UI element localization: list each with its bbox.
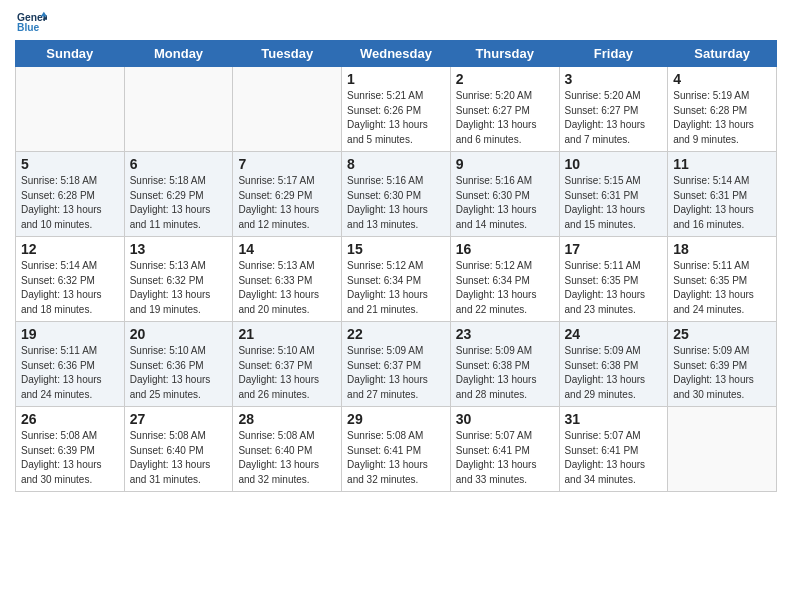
calendar-cell: 20Sunrise: 5:10 AM Sunset: 6:36 PM Dayli… bbox=[124, 322, 233, 407]
day-info: Sunrise: 5:07 AM Sunset: 6:41 PM Dayligh… bbox=[456, 429, 554, 487]
day-info: Sunrise: 5:10 AM Sunset: 6:36 PM Dayligh… bbox=[130, 344, 228, 402]
day-number: 29 bbox=[347, 411, 445, 427]
day-number: 10 bbox=[565, 156, 663, 172]
day-number: 2 bbox=[456, 71, 554, 87]
day-number: 24 bbox=[565, 326, 663, 342]
calendar-cell: 2Sunrise: 5:20 AM Sunset: 6:27 PM Daylig… bbox=[450, 67, 559, 152]
day-of-week-monday: Monday bbox=[124, 41, 233, 67]
calendar-cell: 12Sunrise: 5:14 AM Sunset: 6:32 PM Dayli… bbox=[16, 237, 125, 322]
calendar-week-row: 19Sunrise: 5:11 AM Sunset: 6:36 PM Dayli… bbox=[16, 322, 777, 407]
day-info: Sunrise: 5:09 AM Sunset: 6:37 PM Dayligh… bbox=[347, 344, 445, 402]
calendar-cell: 13Sunrise: 5:13 AM Sunset: 6:32 PM Dayli… bbox=[124, 237, 233, 322]
calendar-cell: 26Sunrise: 5:08 AM Sunset: 6:39 PM Dayli… bbox=[16, 407, 125, 492]
day-number: 8 bbox=[347, 156, 445, 172]
day-number: 22 bbox=[347, 326, 445, 342]
day-number: 28 bbox=[238, 411, 336, 427]
day-number: 17 bbox=[565, 241, 663, 257]
day-info: Sunrise: 5:18 AM Sunset: 6:28 PM Dayligh… bbox=[21, 174, 119, 232]
day-of-week-friday: Friday bbox=[559, 41, 668, 67]
day-info: Sunrise: 5:21 AM Sunset: 6:26 PM Dayligh… bbox=[347, 89, 445, 147]
day-info: Sunrise: 5:20 AM Sunset: 6:27 PM Dayligh… bbox=[565, 89, 663, 147]
day-info: Sunrise: 5:08 AM Sunset: 6:40 PM Dayligh… bbox=[130, 429, 228, 487]
day-number: 9 bbox=[456, 156, 554, 172]
day-info: Sunrise: 5:16 AM Sunset: 6:30 PM Dayligh… bbox=[456, 174, 554, 232]
day-of-week-sunday: Sunday bbox=[16, 41, 125, 67]
calendar-cell: 16Sunrise: 5:12 AM Sunset: 6:34 PM Dayli… bbox=[450, 237, 559, 322]
day-info: Sunrise: 5:13 AM Sunset: 6:32 PM Dayligh… bbox=[130, 259, 228, 317]
calendar-cell: 25Sunrise: 5:09 AM Sunset: 6:39 PM Dayli… bbox=[668, 322, 777, 407]
day-number: 31 bbox=[565, 411, 663, 427]
calendar-cell: 15Sunrise: 5:12 AM Sunset: 6:34 PM Dayli… bbox=[342, 237, 451, 322]
calendar-cell bbox=[233, 67, 342, 152]
day-number: 20 bbox=[130, 326, 228, 342]
day-number: 11 bbox=[673, 156, 771, 172]
calendar-cell: 23Sunrise: 5:09 AM Sunset: 6:38 PM Dayli… bbox=[450, 322, 559, 407]
day-of-week-tuesday: Tuesday bbox=[233, 41, 342, 67]
calendar-cell: 21Sunrise: 5:10 AM Sunset: 6:37 PM Dayli… bbox=[233, 322, 342, 407]
calendar-cell: 27Sunrise: 5:08 AM Sunset: 6:40 PM Dayli… bbox=[124, 407, 233, 492]
day-info: Sunrise: 5:20 AM Sunset: 6:27 PM Dayligh… bbox=[456, 89, 554, 147]
calendar-cell: 3Sunrise: 5:20 AM Sunset: 6:27 PM Daylig… bbox=[559, 67, 668, 152]
calendar-cell: 11Sunrise: 5:14 AM Sunset: 6:31 PM Dayli… bbox=[668, 152, 777, 237]
calendar-cell: 28Sunrise: 5:08 AM Sunset: 6:40 PM Dayli… bbox=[233, 407, 342, 492]
day-info: Sunrise: 5:09 AM Sunset: 6:38 PM Dayligh… bbox=[565, 344, 663, 402]
calendar-cell: 1Sunrise: 5:21 AM Sunset: 6:26 PM Daylig… bbox=[342, 67, 451, 152]
calendar-cell: 18Sunrise: 5:11 AM Sunset: 6:35 PM Dayli… bbox=[668, 237, 777, 322]
logo-icon: General Blue bbox=[17, 10, 47, 34]
day-info: Sunrise: 5:11 AM Sunset: 6:35 PM Dayligh… bbox=[673, 259, 771, 317]
day-info: Sunrise: 5:07 AM Sunset: 6:41 PM Dayligh… bbox=[565, 429, 663, 487]
calendar-cell: 30Sunrise: 5:07 AM Sunset: 6:41 PM Dayli… bbox=[450, 407, 559, 492]
calendar-cell bbox=[668, 407, 777, 492]
day-number: 5 bbox=[21, 156, 119, 172]
day-info: Sunrise: 5:17 AM Sunset: 6:29 PM Dayligh… bbox=[238, 174, 336, 232]
svg-text:Blue: Blue bbox=[17, 22, 40, 33]
calendar-cell bbox=[124, 67, 233, 152]
day-info: Sunrise: 5:19 AM Sunset: 6:28 PM Dayligh… bbox=[673, 89, 771, 147]
calendar-week-row: 5Sunrise: 5:18 AM Sunset: 6:28 PM Daylig… bbox=[16, 152, 777, 237]
calendar-week-row: 12Sunrise: 5:14 AM Sunset: 6:32 PM Dayli… bbox=[16, 237, 777, 322]
day-info: Sunrise: 5:13 AM Sunset: 6:33 PM Dayligh… bbox=[238, 259, 336, 317]
day-number: 23 bbox=[456, 326, 554, 342]
day-info: Sunrise: 5:09 AM Sunset: 6:39 PM Dayligh… bbox=[673, 344, 771, 402]
day-info: Sunrise: 5:11 AM Sunset: 6:36 PM Dayligh… bbox=[21, 344, 119, 402]
day-info: Sunrise: 5:15 AM Sunset: 6:31 PM Dayligh… bbox=[565, 174, 663, 232]
day-info: Sunrise: 5:08 AM Sunset: 6:40 PM Dayligh… bbox=[238, 429, 336, 487]
day-number: 19 bbox=[21, 326, 119, 342]
calendar-cell: 31Sunrise: 5:07 AM Sunset: 6:41 PM Dayli… bbox=[559, 407, 668, 492]
calendar-table: SundayMondayTuesdayWednesdayThursdayFrid… bbox=[15, 40, 777, 492]
day-number: 27 bbox=[130, 411, 228, 427]
calendar-cell: 19Sunrise: 5:11 AM Sunset: 6:36 PM Dayli… bbox=[16, 322, 125, 407]
header: General Blue bbox=[15, 10, 777, 34]
calendar-cell: 29Sunrise: 5:08 AM Sunset: 6:41 PM Dayli… bbox=[342, 407, 451, 492]
day-number: 13 bbox=[130, 241, 228, 257]
day-info: Sunrise: 5:12 AM Sunset: 6:34 PM Dayligh… bbox=[347, 259, 445, 317]
day-number: 18 bbox=[673, 241, 771, 257]
day-number: 30 bbox=[456, 411, 554, 427]
day-number: 4 bbox=[673, 71, 771, 87]
day-info: Sunrise: 5:08 AM Sunset: 6:39 PM Dayligh… bbox=[21, 429, 119, 487]
calendar-week-row: 26Sunrise: 5:08 AM Sunset: 6:39 PM Dayli… bbox=[16, 407, 777, 492]
day-info: Sunrise: 5:12 AM Sunset: 6:34 PM Dayligh… bbox=[456, 259, 554, 317]
day-number: 12 bbox=[21, 241, 119, 257]
logo: General Blue bbox=[15, 10, 49, 34]
calendar-cell: 8Sunrise: 5:16 AM Sunset: 6:30 PM Daylig… bbox=[342, 152, 451, 237]
day-number: 3 bbox=[565, 71, 663, 87]
calendar-cell: 22Sunrise: 5:09 AM Sunset: 6:37 PM Dayli… bbox=[342, 322, 451, 407]
calendar-cell: 17Sunrise: 5:11 AM Sunset: 6:35 PM Dayli… bbox=[559, 237, 668, 322]
day-number: 25 bbox=[673, 326, 771, 342]
calendar-cell: 5Sunrise: 5:18 AM Sunset: 6:28 PM Daylig… bbox=[16, 152, 125, 237]
calendar-cell: 6Sunrise: 5:18 AM Sunset: 6:29 PM Daylig… bbox=[124, 152, 233, 237]
day-number: 15 bbox=[347, 241, 445, 257]
day-info: Sunrise: 5:11 AM Sunset: 6:35 PM Dayligh… bbox=[565, 259, 663, 317]
day-info: Sunrise: 5:14 AM Sunset: 6:32 PM Dayligh… bbox=[21, 259, 119, 317]
calendar-week-row: 1Sunrise: 5:21 AM Sunset: 6:26 PM Daylig… bbox=[16, 67, 777, 152]
calendar-cell: 14Sunrise: 5:13 AM Sunset: 6:33 PM Dayli… bbox=[233, 237, 342, 322]
day-of-week-wednesday: Wednesday bbox=[342, 41, 451, 67]
day-number: 21 bbox=[238, 326, 336, 342]
calendar-cell: 4Sunrise: 5:19 AM Sunset: 6:28 PM Daylig… bbox=[668, 67, 777, 152]
calendar-cell bbox=[16, 67, 125, 152]
day-info: Sunrise: 5:09 AM Sunset: 6:38 PM Dayligh… bbox=[456, 344, 554, 402]
day-of-week-saturday: Saturday bbox=[668, 41, 777, 67]
day-number: 1 bbox=[347, 71, 445, 87]
day-info: Sunrise: 5:10 AM Sunset: 6:37 PM Dayligh… bbox=[238, 344, 336, 402]
